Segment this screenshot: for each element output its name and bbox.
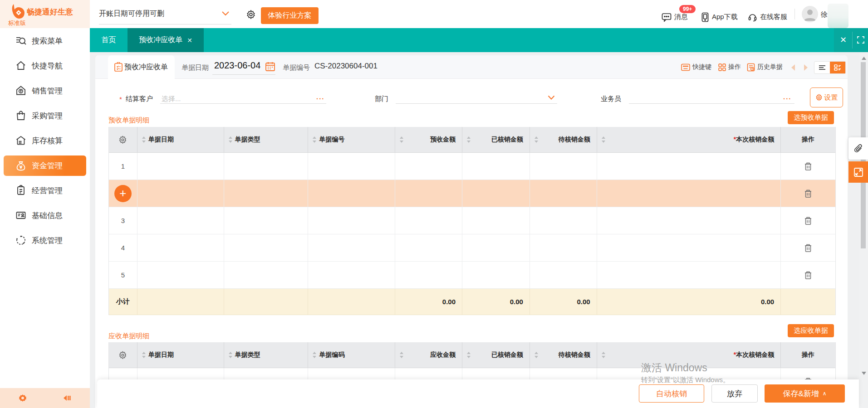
tab-doc[interactable]: 预收冲应收单 ✕ bbox=[128, 28, 204, 52]
customer-more-trigger[interactable]: ... bbox=[316, 93, 325, 101]
messages-item[interactable]: 消息 bbox=[662, 0, 688, 28]
sidebar-item-operations[interactable]: 经营管理 bbox=[0, 180, 90, 200]
vertical-scrollbar[interactable] bbox=[859, 52, 868, 408]
next-doc-icon[interactable] bbox=[803, 64, 809, 71]
close-all-icon[interactable]: ✕ bbox=[840, 35, 847, 45]
sidebar-item-basic-info[interactable]: 基础信息 bbox=[0, 205, 90, 225]
select-receivable-button[interactable]: 选应收单据 bbox=[788, 324, 834, 337]
calendar-icon[interactable] bbox=[265, 61, 275, 72]
expand-button[interactable] bbox=[848, 161, 868, 183]
sidebar-item-label: 库存核算 bbox=[32, 136, 63, 146]
date-value[interactable]: 2023-06-04 bbox=[214, 60, 260, 71]
header-settings-icon[interactable] bbox=[246, 10, 256, 19]
col-header-amount[interactable]: 应收金额 bbox=[395, 342, 462, 368]
history-button[interactable]: 历史单据 bbox=[747, 55, 783, 79]
salesman-underline bbox=[629, 103, 794, 104]
trial-plan-button[interactable]: 体验行业方案 bbox=[261, 7, 319, 24]
tab-close-icon[interactable]: ✕ bbox=[187, 37, 192, 44]
app-download-item[interactable]: App下载 bbox=[701, 0, 738, 28]
save-and-new-label: 保存&新增 bbox=[783, 389, 819, 399]
department-chevron-icon[interactable] bbox=[548, 95, 555, 100]
col-header-op: 操作 bbox=[781, 342, 835, 368]
home-icon bbox=[15, 60, 27, 72]
delete-row-icon[interactable] bbox=[804, 216, 812, 225]
sidebar-settings-icon[interactable] bbox=[19, 394, 27, 402]
col-header-verified[interactable]: 已核销金额 bbox=[462, 127, 530, 153]
col-header-verified[interactable]: 已核销金额 bbox=[462, 342, 530, 368]
auto-verify-button[interactable]: 自动核销 bbox=[639, 384, 704, 403]
window-tabbar: 首页 预收冲应收单 ✕ ✕ bbox=[90, 28, 868, 52]
col-header-no[interactable]: 单据编号 bbox=[308, 127, 395, 153]
delete-row-icon[interactable] bbox=[804, 189, 812, 198]
sidebar-item-system[interactable]: 系统管理 bbox=[0, 230, 90, 250]
sidebar-item-sales[interactable]: 销售管理 bbox=[0, 81, 90, 101]
add-row-button[interactable]: + bbox=[114, 185, 132, 202]
avatar-person-icon bbox=[802, 6, 818, 22]
keyboard-icon bbox=[681, 63, 690, 71]
column-settings-cell[interactable] bbox=[109, 342, 137, 368]
avatar[interactable] bbox=[802, 6, 818, 22]
user-name: 徐 bbox=[821, 10, 828, 19]
prev-doc-icon[interactable] bbox=[790, 64, 796, 71]
sidebar-item-inventory[interactable]: 库存核算 bbox=[0, 131, 90, 151]
col-header-type[interactable]: 单据类型 bbox=[224, 127, 309, 153]
fullscreen-icon[interactable] bbox=[857, 36, 864, 44]
document-subtab-label: 预收冲应收单 bbox=[124, 63, 168, 72]
col-header-amount[interactable]: 预收金额 bbox=[395, 127, 462, 153]
sidebar-item-quick-nav[interactable]: 快捷导航 bbox=[0, 56, 90, 76]
delete-row-icon[interactable] bbox=[804, 162, 812, 171]
column-settings-cell[interactable] bbox=[109, 127, 137, 153]
scroll-up-icon[interactable] bbox=[862, 57, 866, 60]
delete-row-icon[interactable] bbox=[804, 271, 812, 280]
view-list-button[interactable] bbox=[814, 62, 830, 73]
sidebar-collapse-icon[interactable] bbox=[63, 394, 72, 402]
select-prepaid-button[interactable]: 选预收单据 bbox=[788, 111, 834, 124]
table-row[interactable]: 1 bbox=[109, 153, 835, 180]
salesman-more-trigger[interactable]: ... bbox=[783, 93, 792, 101]
document-icon bbox=[114, 62, 123, 72]
col-header-pending[interactable]: 待核销金额 bbox=[530, 127, 597, 153]
support-item[interactable]: 在线客服 bbox=[748, 0, 787, 28]
col-header-op: 操作 bbox=[781, 127, 835, 153]
scroll-down-icon[interactable] bbox=[862, 372, 866, 375]
receivable-table-header: 单据日期 单据类型 单据编码 应收金额 已核销金额 待核销金额 *本次核销金额 … bbox=[109, 342, 835, 368]
document-card: 预收冲应收单 单据日期 2023-06-04 单据编号 CS-20230604-… bbox=[95, 55, 848, 408]
sidebar-item-search-menu[interactable]: 搜索菜单 bbox=[0, 31, 90, 51]
attachment-panel[interactable] bbox=[848, 137, 868, 160]
grid-icon bbox=[718, 63, 726, 71]
sidebar-item-label: 快捷导航 bbox=[32, 61, 63, 71]
sidebar-item-label: 系统管理 bbox=[32, 235, 63, 246]
table-row-active[interactable]: + bbox=[109, 180, 835, 207]
customer-placeholder[interactable]: 选择... bbox=[162, 95, 181, 103]
sidebar-item-funds[interactable]: 资金管理 bbox=[4, 155, 86, 176]
col-header-current[interactable]: *本次核销金额 bbox=[597, 127, 781, 153]
customer-underline bbox=[160, 103, 326, 104]
view-card-button[interactable] bbox=[830, 62, 845, 73]
table-row[interactable]: 4 bbox=[109, 234, 835, 262]
sidebar-item-purchase[interactable]: 采购管理 bbox=[0, 106, 90, 126]
settings-button[interactable]: 设置 bbox=[810, 87, 843, 107]
subtotal-pending: 0.00 bbox=[530, 298, 597, 306]
document-subtab[interactable]: 预收冲应收单 bbox=[108, 55, 175, 79]
delete-row-icon[interactable] bbox=[804, 243, 812, 253]
subtotal-verified: 0.00 bbox=[462, 298, 530, 306]
col-header-date[interactable]: 单据日期 bbox=[137, 127, 224, 153]
section2-title: 应收单据明细 bbox=[108, 332, 149, 340]
table-row[interactable]: 3 bbox=[109, 207, 835, 234]
date-underline bbox=[212, 74, 275, 75]
save-and-new-button[interactable]: 保存&新增 ∧ bbox=[765, 384, 845, 403]
brand-name: 畅捷通好生意 bbox=[27, 7, 73, 17]
account-set-dropdown[interactable]: 开账日期可停用可删 bbox=[99, 6, 231, 24]
col-header-date[interactable]: 单据日期 bbox=[137, 342, 224, 368]
tab-home[interactable]: 首页 bbox=[90, 28, 128, 52]
prepaid-table-header: 单据日期 单据类型 单据编号 预收金额 已核销金额 待核销金额 *本次核销金额 … bbox=[109, 127, 835, 153]
table-row[interactable]: 5 bbox=[109, 262, 835, 289]
discard-button[interactable]: 放弃 bbox=[711, 384, 758, 403]
col-header-pending[interactable]: 待核销金额 bbox=[530, 342, 597, 368]
col-header-type[interactable]: 单据类型 bbox=[224, 342, 309, 368]
col-header-no[interactable]: 单据编码 bbox=[308, 342, 395, 368]
account-set-value: 开账日期可停用可删 bbox=[99, 9, 164, 19]
operations-button[interactable]: 操作 bbox=[718, 55, 741, 79]
shortcut-keys-button[interactable]: 快捷键 bbox=[681, 55, 711, 79]
col-header-current[interactable]: *本次核销金额 bbox=[597, 342, 781, 368]
